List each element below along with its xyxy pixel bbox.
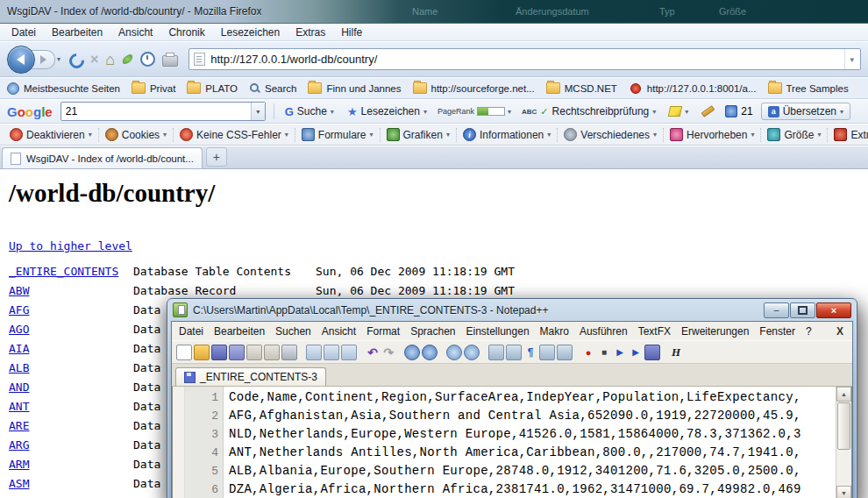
notepadpp-titlebar[interactable]: C:\Users\Martin\AppData\Local\Temp\_ENTI… xyxy=(171,299,853,321)
scroll-down-arrow[interactable]: ▼ xyxy=(836,486,851,498)
dir-link-alb[interactable]: ALB xyxy=(9,359,133,378)
webdev-deaktivieren[interactable]: Deaktivieren▾ xyxy=(4,128,99,142)
clock-addon-icon[interactable] xyxy=(140,52,155,67)
highlighter-button[interactable]: ▾ xyxy=(666,104,691,118)
show-all-characters-icon[interactable]: ¶ xyxy=(523,345,537,359)
menu-datei[interactable]: Datei xyxy=(4,25,44,40)
record-macro-icon[interactable]: ● xyxy=(581,345,595,359)
reload-button[interactable] xyxy=(68,52,83,68)
menu-extras[interactable]: Extras xyxy=(288,25,333,40)
document-tab[interactable]: _ENTIRE_CONTENTS-3 xyxy=(175,367,326,386)
npp-menu-datei[interactable]: Datei xyxy=(174,324,209,339)
back-button[interactable] xyxy=(7,46,35,74)
code-line[interactable]: ALB,Albania,Europe,Southern Europe,28748… xyxy=(229,462,836,480)
dir-link-entire-contents[interactable]: _ENTIRE_CONTENTS xyxy=(9,262,133,281)
webdev-verschiedenes[interactable]: Verschiedenes▾ xyxy=(558,128,664,142)
close-all-icon[interactable] xyxy=(264,345,280,360)
sync-vertical-icon[interactable] xyxy=(488,345,504,360)
save-all-icon[interactable] xyxy=(229,345,245,360)
npp-menu-einstellungen[interactable]: Einstellungen xyxy=(461,324,535,339)
print-icon[interactable] xyxy=(281,345,297,360)
bookmark-mcsd-net[interactable]: MCSD.NET xyxy=(546,82,617,94)
maximize-button[interactable] xyxy=(790,302,815,318)
tab-wsgidav[interactable]: WsgiDAV - Index of /world-db/count... xyxy=(2,147,203,168)
bookmark-search[interactable]: Search xyxy=(249,82,296,94)
textfx-icon[interactable]: H xyxy=(669,345,683,359)
menu-ansicht[interactable]: Ansicht xyxy=(110,25,160,40)
bookmark-http-sourceforge-net[interactable]: http://sourceforge.net... xyxy=(413,82,535,94)
dir-link-arg[interactable]: ARG xyxy=(9,436,133,455)
editor-area[interactable]: 123456 Code,Name,Continent,Region,Surfac… xyxy=(172,387,852,498)
stop-macro-icon[interactable]: ■ xyxy=(597,345,611,359)
npp-menu-fenster[interactable]: Fenster xyxy=(754,324,800,339)
dir-link-are[interactable]: ARE xyxy=(9,416,133,436)
npp-menu-ansicht[interactable]: Ansicht xyxy=(317,324,361,339)
url-bar[interactable]: ▾ xyxy=(189,48,861,70)
menu-hilfe[interactable]: Hilfe xyxy=(333,25,370,40)
google-search-dropdown-icon[interactable]: ▾ xyxy=(251,103,265,120)
npp-menu-suchen[interactable]: Suchen xyxy=(270,324,317,339)
zoom-out-icon[interactable] xyxy=(464,345,480,360)
forward-button[interactable] xyxy=(32,50,55,69)
autofill-button[interactable] xyxy=(699,107,717,116)
home-button[interactable]: ⌂ xyxy=(105,52,115,68)
bookmark-margin[interactable] xyxy=(173,387,185,498)
new-file-icon[interactable] xyxy=(176,345,192,360)
npp-menu-ausfuhren[interactable]: Ausführen xyxy=(574,324,633,339)
dir-link-asm[interactable]: ASM xyxy=(9,474,133,494)
up-to-higher-level-link[interactable]: Up to higher level xyxy=(9,239,132,253)
stop-button[interactable]: × xyxy=(90,52,98,68)
google-search-box[interactable]: ▾ xyxy=(60,102,266,121)
dir-link-aia[interactable]: AIA xyxy=(9,339,133,359)
find-icon[interactable] xyxy=(404,345,420,360)
npp-menu-erweiterungen[interactable]: Erweiterungen xyxy=(676,324,754,339)
bookmark-plato[interactable]: PLATO xyxy=(187,82,238,94)
npp-menu-format[interactable]: Format xyxy=(361,324,405,339)
webdev-grosse[interactable]: Größe▾ xyxy=(761,128,828,142)
scroll-up-arrow[interactable]: ▲ xyxy=(836,387,851,402)
play-macro-icon[interactable]: ▶ xyxy=(613,345,627,359)
close-file-icon[interactable] xyxy=(246,345,262,360)
run-macro-icon[interactable]: ▶ xyxy=(629,345,643,359)
dir-link-abw[interactable]: ABW xyxy=(9,281,133,301)
google-bookmarks-button[interactable]: ★ Lesezeichen ▾ xyxy=(345,103,430,120)
code-line[interactable]: ANT,Netherlands Antilles,North America,C… xyxy=(229,444,836,462)
indent-guide-icon[interactable] xyxy=(539,345,555,360)
code-line[interactable]: NLD,Netherlands,Europe,Western Europe,41… xyxy=(229,425,836,444)
code-line[interactable]: AFG,Afghanistan,Asia,Southern and Centra… xyxy=(229,407,836,425)
code-line[interactable]: Code,Name,Continent,Region,SurfaceArea,I… xyxy=(229,388,836,407)
undo-icon[interactable]: ↶ xyxy=(366,345,380,359)
doc-map-icon[interactable] xyxy=(557,345,573,360)
url-input[interactable] xyxy=(210,53,839,66)
spellcheck-button[interactable]: ABC ✓ Rechtschreibprüfung ▾ xyxy=(519,103,658,119)
pagerank-widget[interactable]: PageRank ▾ xyxy=(438,107,511,116)
google-search-button[interactable]: G Suche ▾ xyxy=(282,103,337,120)
replace-icon[interactable] xyxy=(422,345,438,360)
webdev-formulare[interactable]: Formulare▾ xyxy=(295,128,381,142)
zoom-in-icon[interactable] xyxy=(446,345,462,360)
code-line[interactable]: DZA,Algeria,Africa,Northern Africa,23817… xyxy=(229,480,836,498)
webdev-informationen[interactable]: iInformationen▾ xyxy=(457,128,558,142)
bookmark-http-127-0-0-1-8001-a[interactable]: http://127.0.0.1:8001/a... xyxy=(629,82,757,95)
redo-icon[interactable]: ↷ xyxy=(381,345,395,359)
copy-icon[interactable] xyxy=(324,345,339,360)
menu-chronik[interactable]: Chronik xyxy=(160,25,212,40)
dir-link-ago[interactable]: AGO xyxy=(9,320,133,339)
bookmark-tree-samples[interactable]: Tree Samples xyxy=(768,82,849,94)
npp-menu-textfx[interactable]: TextFX xyxy=(633,324,676,339)
npp-close-document-button[interactable]: X xyxy=(829,325,850,338)
bookmark-finn-und-jannes[interactable]: Finn und Jannes xyxy=(308,82,401,94)
menu-lesezeichen[interactable]: Lesezeichen xyxy=(213,25,288,40)
npp-menu-bearbeiten[interactable]: Bearbeiten xyxy=(209,324,270,339)
npp-menu-makro[interactable]: Makro xyxy=(535,324,574,339)
dir-link-and[interactable]: AND xyxy=(9,378,133,397)
google-search-input[interactable] xyxy=(61,105,251,117)
search-term-counter[interactable]: 21 xyxy=(725,105,752,117)
scrollbar-thumb[interactable] xyxy=(837,402,850,450)
webdev-extras[interactable]: Extras▾ xyxy=(828,128,868,142)
webdev-grafiken[interactable]: Grafiken▾ xyxy=(381,128,457,142)
vertical-scrollbar[interactable]: ▲ ▼ xyxy=(836,387,851,498)
bookmark-meistbesuchte-seiten[interactable]: Meistbesuchte Seiten xyxy=(7,82,120,95)
close-button[interactable]: × xyxy=(816,302,851,318)
webdev-cookies[interactable]: Cookies▾ xyxy=(99,128,174,142)
